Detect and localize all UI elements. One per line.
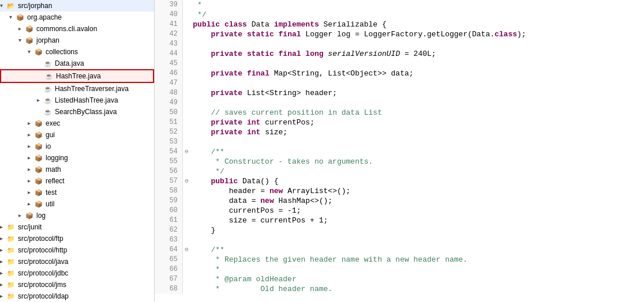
sidebar-item-src-protocol-ftp[interactable]: ▸📁src/protocol/ftp <box>0 233 154 244</box>
package-icon: 📦 <box>35 141 44 152</box>
sidebar-item-src-jorphan[interactable]: ▾📂src/jorphan <box>0 0 154 12</box>
sidebar-item-gui[interactable]: ▸📦gui <box>0 129 154 141</box>
tree-arrow-icon <box>37 107 44 117</box>
sidebar-item-org-apache[interactable]: ▾📦org.apache <box>0 12 154 23</box>
code-token: (Data. <box>467 30 495 39</box>
folder-icon: 📁 <box>7 222 16 232</box>
sidebar-item-hashtree-java[interactable]: ☕HashTree.java <box>0 69 154 83</box>
fold-marker <box>182 216 190 225</box>
code-token: */ <box>193 167 224 176</box>
tree-item-label: src/protocol/http <box>18 245 67 255</box>
code-row: 64⊖ /** <box>155 245 644 255</box>
code-token: Data() { <box>242 177 278 186</box>
code-token: * Old header name. <box>193 285 332 293</box>
folder-icon: 📁 <box>7 291 16 301</box>
sidebar-item-jorphan[interactable]: ▾📦jorphan <box>0 35 154 46</box>
package-icon: 📦 <box>35 130 44 140</box>
code-token: private <box>211 128 247 137</box>
fold-marker[interactable]: ⊖ <box>182 176 190 186</box>
code-token: Data <box>252 20 274 29</box>
tree-item-label: HashTree.java <box>56 71 101 81</box>
sidebar-item-commons-cli-avalon[interactable]: ▸📦commons.cli.avalon <box>0 23 154 35</box>
file-tree[interactable]: ▾📂src/jorphan▾📦org.apache▸📦commons.cli.a… <box>0 0 155 302</box>
code-token: /** <box>211 246 224 254</box>
tree-item-label: commons.cli.avalon <box>36 24 97 34</box>
tree-arrow-icon <box>37 84 44 94</box>
sidebar-item-logging[interactable]: ▸📦logging <box>0 152 154 164</box>
sidebar-item-src-protocol-http[interactable]: ▸📁src/protocol/http <box>0 244 154 256</box>
code-token: class <box>495 30 517 39</box>
fold-marker <box>182 284 190 294</box>
java-icon: ☕ <box>45 71 54 81</box>
fold-marker <box>182 108 190 118</box>
code-row: 47 <box>155 78 644 88</box>
line-number: 49 <box>155 98 182 108</box>
code-row: 59 data = new HashMap<>(); <box>155 196 644 206</box>
fold-marker <box>182 127 190 137</box>
code-table: 39 * 40 */41public class Data implements… <box>155 0 644 294</box>
code-row: 60 currentPos = -1; <box>155 206 644 216</box>
code-token: static <box>247 50 279 58</box>
code-content: private static final long serialVersionU… <box>190 49 643 59</box>
fold-marker <box>182 206 190 216</box>
package-icon: 📦 <box>35 153 44 163</box>
tree-arrow-icon: ▸ <box>0 291 7 301</box>
line-number: 57 <box>155 176 182 186</box>
package-icon: 📦 <box>35 164 44 175</box>
sidebar-item-io[interactable]: ▸📦io <box>0 141 154 152</box>
tree-item-label: jorphan <box>36 35 59 46</box>
code-content: */ <box>190 167 643 176</box>
line-number: 46 <box>155 69 182 78</box>
code-row: 50 // saves current position in data Lis… <box>155 108 644 118</box>
sidebar-item-searchbyclass-java[interactable]: ☕SearchByClass.java <box>0 106 154 118</box>
sidebar-item-log[interactable]: ▸📦log <box>0 210 154 221</box>
tree-item-label: collections <box>46 47 78 57</box>
tree-arrow-icon: ▸ <box>0 280 7 290</box>
code-token: header = <box>193 187 269 195</box>
code-token: new <box>260 197 278 205</box>
fold-marker[interactable]: ⊖ <box>182 245 190 255</box>
sidebar-item-src-junit[interactable]: ▸📁src/junit <box>0 221 154 233</box>
sidebar-item-math[interactable]: ▸📦math <box>0 164 154 175</box>
code-row: 61 size = currentPos + 1; <box>155 216 644 225</box>
code-row: 51 private int currentPos; <box>155 118 644 127</box>
fold-marker <box>182 274 190 284</box>
code-token: class <box>224 20 252 29</box>
sidebar-item-data-java[interactable]: ☕Data.java <box>0 58 154 69</box>
sidebar-item-util[interactable]: ▸📦util <box>0 198 154 210</box>
tree-item-label: log <box>36 210 46 221</box>
code-content: * <box>190 0 643 10</box>
tree-item-label: src/protocol/ftp <box>18 233 63 244</box>
code-row: 40 */ <box>155 10 644 20</box>
sidebar-item-collections[interactable]: ▾📦collections <box>0 46 154 58</box>
tree-arrow-icon: ▸ <box>0 233 7 244</box>
line-number: 58 <box>155 186 182 196</box>
sidebar-item-test[interactable]: ▸📦test <box>0 187 154 198</box>
fold-marker[interactable]: ⊖ <box>182 147 190 157</box>
sidebar-item-src-protocol-ldap[interactable]: ▸📁src/protocol/ldap <box>0 290 154 302</box>
code-content: /** <box>190 245 643 255</box>
tree-arrow-icon: ▸ <box>28 118 35 129</box>
tree-item-label: exec <box>46 118 60 129</box>
tree-arrow-icon: ▸ <box>28 130 35 140</box>
code-row: 56 */ <box>155 167 644 176</box>
java-icon: ☕ <box>44 107 53 117</box>
sidebar-item-reflect[interactable]: ▸📦reflect <box>0 175 154 187</box>
code-content: /** <box>190 147 643 157</box>
tree-item-label: SearchByClass.java <box>55 107 117 117</box>
tree-item-label: util <box>46 199 54 209</box>
line-number: 41 <box>155 20 182 29</box>
code-token: List<String> header; <box>247 89 337 97</box>
sidebar-item-hashtreetraverser-java[interactable]: ☕HashTreeTraverser.java <box>0 83 154 95</box>
tree-arrow-icon: ▸ <box>0 245 7 255</box>
sidebar-item-src-protocol-java[interactable]: ▸📁src/protocol/java <box>0 256 154 267</box>
sidebar-item-src-protocol-jms[interactable]: ▸📁src/protocol/jms <box>0 279 154 290</box>
line-number: 42 <box>155 29 182 39</box>
sidebar-item-exec[interactable]: ▸📦exec <box>0 118 154 129</box>
code-content: header = new ArrayList<>(); <box>190 186 643 196</box>
code-content <box>190 235 643 245</box>
tree-item-label: io <box>46 141 51 152</box>
sidebar-item-src-protocol-jdbc[interactable]: ▸📁src/protocol/jdbc <box>0 267 154 279</box>
code-row: 68 * Old header name. <box>155 284 644 294</box>
sidebar-item-listedhashtree-java[interactable]: ▸☕ListedHashTree.java <box>0 95 154 106</box>
